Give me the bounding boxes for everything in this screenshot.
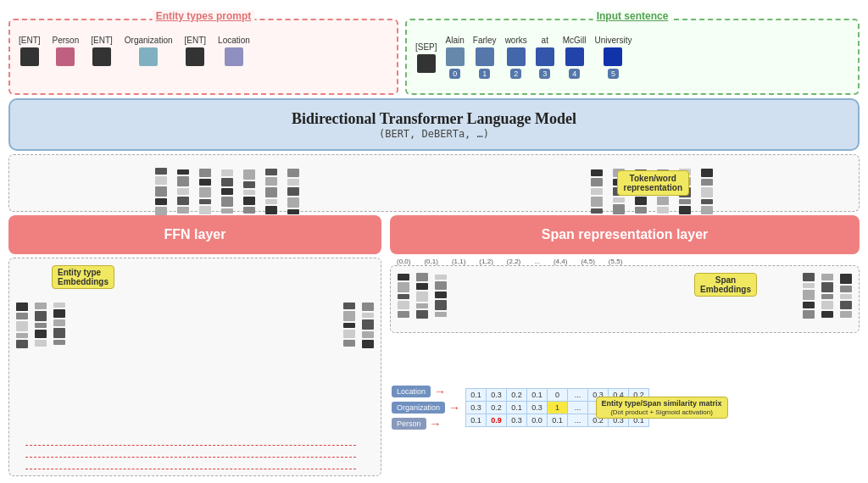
token-ent3: [ENT]	[185, 36, 207, 66]
token-alain: Alain 0	[446, 36, 465, 79]
input-sentence-label: Input sentence	[593, 10, 672, 22]
similarity-matrix: 0.1 0.3 0.2 0.1 0 ... 0.3 0.4 0.2	[465, 388, 649, 427]
token-sep: [SEP]	[415, 42, 437, 73]
top-row: Entity types prompt [ENT] Person [ENT] O…	[8, 19, 860, 95]
bottom-embed-row: Entity typeEmbeddings	[8, 258, 860, 476]
token-ent1: [ENT]	[19, 36, 41, 66]
input-tokens-row: [SEP] Alain 0 Farley 1 works 2	[415, 36, 849, 79]
span-indices-row: (0,0) (0,1) (1,1) (1,2) (2,2) ... (4,4) …	[390, 258, 860, 265]
input-sentence-box: Input sentence [SEP] Alain 0 Farley 1	[405, 19, 860, 95]
matrix-row-organization: 0.3 0.2 0.1 0.3 1 ... 0.8 0.4	[466, 401, 649, 414]
matrix-container: Entity type/Span similarity matrix (Dot …	[465, 388, 858, 427]
ffn-span-row: FFN layer Span representation layer	[8, 215, 860, 254]
left-embed-section: Entity typeEmbeddings	[8, 258, 381, 476]
transformer-subtitle: (BERT, DeBERTa, …)	[379, 128, 489, 140]
left-embed-cols	[155, 151, 299, 215]
token-works: works 2	[505, 36, 527, 79]
entity-tag-person: Person	[392, 418, 426, 430]
token-person: Person	[53, 36, 80, 66]
entity-embed-label: Entity typeEmbeddings	[52, 265, 114, 289]
token-mcgill: McGill 4	[563, 36, 587, 79]
entity-types-box: Entity types prompt [ENT] Person [ENT] O…	[8, 19, 398, 95]
token-repr-row: Token/wordrepresentation	[8, 154, 860, 212]
ffn-label: FFN layer	[164, 227, 226, 242]
transformer-title: Bidirectional Transformer Language Model	[292, 110, 576, 128]
similarity-area: Location → Organization → Person →	[390, 338, 860, 476]
main-container: Entity types prompt [ENT] Person [ENT] O…	[0, 0, 868, 483]
right-embed-section: (0,0) (0,1) (1,1) (1,2) (2,2) ... (4,4) …	[390, 258, 860, 476]
span-embed-label: SpanEmbeddings	[694, 273, 757, 297]
matrix-row-person: 0.1 0.9 0.3 0.0 0.1 ... 0.2 0.3 0.1	[466, 414, 649, 426]
token-org: Organization	[125, 36, 173, 66]
token-at: at 3	[536, 36, 554, 79]
entity-tokens-row: [ENT] Person [ENT] Organization [ENT]	[19, 36, 388, 66]
token-university: University 5	[595, 36, 632, 79]
transformer-box: Bidirectional Transformer Language Model…	[8, 98, 860, 151]
token-loc: Location	[218, 36, 250, 66]
span-embed-area: SpanEmbeddings	[390, 265, 860, 333]
entity-tag-location: Location	[392, 386, 431, 397]
token-farley: Farley 1	[473, 36, 497, 79]
span-repr-box: Span representation layer	[390, 215, 860, 254]
entity-tag-organization: Organization	[392, 402, 445, 414]
matrix-row-location: 0.1 0.3 0.2 0.1 0 ... 0.3 0.4 0.2	[466, 388, 649, 401]
span-repr-label: Span representation layer	[542, 227, 709, 242]
entity-types-label: Entity types prompt	[153, 10, 255, 22]
token-ent2: [ENT]	[91, 36, 113, 66]
token-repr-label: Token/wordrepresentation	[617, 170, 689, 196]
ffn-box: FFN layer	[8, 215, 381, 254]
